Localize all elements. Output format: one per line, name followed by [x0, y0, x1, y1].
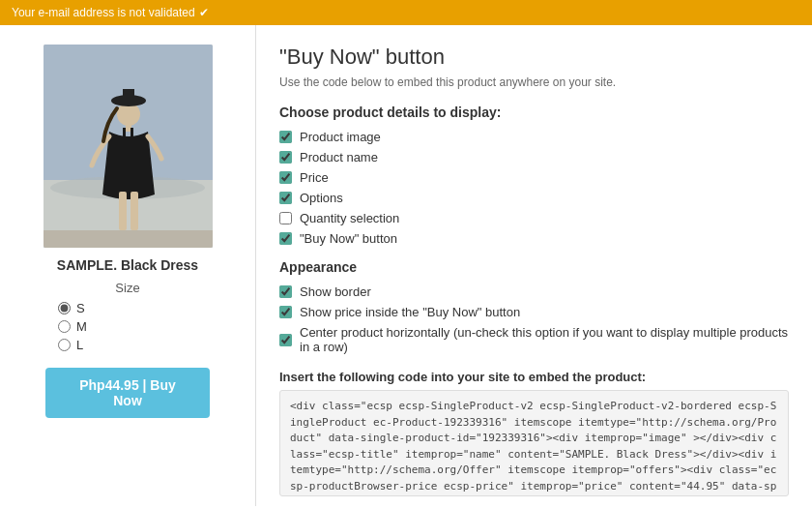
checkbox-price-inside-input[interactable] [279, 306, 292, 318]
checkbox-quantity-input[interactable] [279, 212, 292, 224]
embed-code-block[interactable]: <div class="ecsp ecsp-SingleProduct-v2 e… [279, 390, 789, 496]
product-image [44, 45, 213, 248]
svg-rect-11 [44, 230, 213, 248]
page-subtitle: Use the code below to embed this product… [279, 75, 789, 89]
checkbox-price-label: Price [300, 170, 329, 185]
checkbox-buynow-input[interactable] [279, 232, 292, 245]
checkbox-product-image-label: Product image [300, 130, 381, 144]
size-radio-l[interactable] [58, 339, 71, 351]
size-radio-s[interactable] [58, 302, 71, 314]
checkbox-price-inside-label: Show price inside the "Buy Now" button [300, 305, 520, 319]
checkmark-icon: ✔ [199, 6, 209, 19]
size-option-s[interactable]: S [58, 301, 87, 315]
code-section-heading: Insert the following code into your site… [279, 370, 789, 384]
checkbox-options[interactable]: Options [279, 191, 789, 205]
page-title: "Buy Now" button [279, 45, 789, 70]
appearance-section-heading: Appearance [279, 259, 789, 275]
checkbox-price[interactable]: Price [279, 170, 789, 185]
checkbox-price-input[interactable] [279, 171, 292, 184]
size-radio-m[interactable] [58, 320, 71, 333]
checkbox-show-border[interactable]: Show border [279, 284, 789, 299]
size-label-m: M [76, 319, 87, 334]
size-option-m[interactable]: M [58, 319, 87, 334]
size-label-l: L [76, 338, 83, 352]
svg-rect-7 [123, 128, 126, 139]
checkbox-buynow-label: "Buy Now" button [300, 231, 397, 246]
checkbox-center-horizontal[interactable]: Center product horizontally (un-check th… [279, 325, 789, 354]
checkbox-price-inside[interactable]: Show price inside the "Buy Now" button [279, 305, 789, 319]
buy-now-button[interactable]: Php44.95 | Buy Now [45, 368, 210, 418]
bar-message: Your e-mail address is not validated [12, 6, 195, 19]
email-validation-bar: Your e-mail address is not validated ✔ [0, 0, 812, 25]
checkbox-buynow[interactable]: "Buy Now" button [279, 231, 789, 246]
checkbox-product-name-label: Product name [300, 150, 378, 164]
checkbox-options-input[interactable] [279, 192, 292, 204]
checkbox-options-label: Options [300, 191, 343, 205]
checkbox-show-border-label: Show border [300, 284, 371, 299]
appearance-list: Show border Show price inside the "Buy N… [279, 284, 789, 354]
checkbox-show-border-input[interactable] [279, 285, 292, 298]
choose-section-heading: Choose product details to display: [279, 105, 789, 120]
svg-rect-9 [119, 192, 127, 230]
svg-rect-8 [130, 128, 133, 139]
main-content: SAMPLE. Black Dress Size S M L Php44.95 … [0, 25, 812, 506]
size-label-s: S [76, 301, 85, 315]
size-options: S M L [58, 301, 87, 352]
embed-options-panel: "Buy Now" button Use the code below to e… [256, 25, 812, 506]
checkbox-center-horizontal-input[interactable] [279, 334, 292, 346]
checkbox-product-name-input[interactable] [279, 151, 292, 164]
product-details-list: Product image Product name Price Options… [279, 130, 789, 246]
checkbox-quantity-label: Quantity selection [300, 211, 399, 225]
checkbox-product-image[interactable]: Product image [279, 130, 789, 144]
size-label: Size [115, 281, 139, 295]
size-option-l[interactable]: L [58, 338, 87, 352]
product-name-display: SAMPLE. Black Dress [57, 257, 198, 273]
svg-rect-10 [130, 192, 138, 230]
product-preview-panel: SAMPLE. Black Dress Size S M L Php44.95 … [0, 25, 256, 506]
checkbox-center-horizontal-label: Center product horizontally (un-check th… [300, 325, 789, 354]
svg-rect-5 [123, 89, 134, 105]
checkbox-quantity[interactable]: Quantity selection [279, 211, 789, 225]
checkbox-product-image-input[interactable] [279, 131, 292, 143]
checkbox-product-name[interactable]: Product name [279, 150, 789, 164]
